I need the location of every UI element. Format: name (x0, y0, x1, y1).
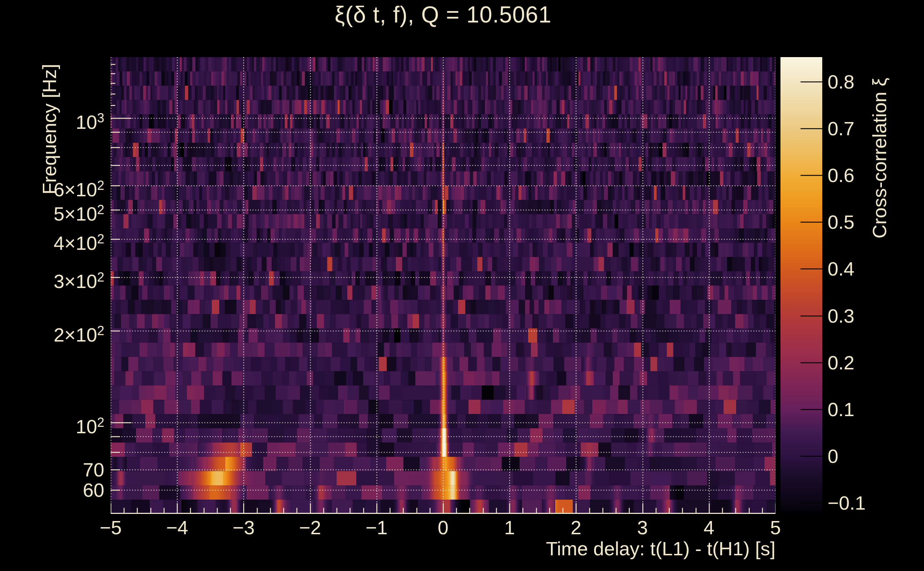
x-tick-label: −2 (282, 517, 339, 537)
y-tick-label: 60 (14, 480, 104, 500)
x-tick-label: 4 (680, 517, 738, 537)
x-tick-label: 3 (614, 517, 671, 537)
colorbar-tick-label: 0.3 (828, 306, 921, 326)
y-tick-label: 4×102 (14, 229, 104, 253)
x-tick-label: 2 (547, 517, 604, 537)
y-tick-label: 3×102 (14, 267, 104, 291)
x-tick-label: 5 (747, 517, 804, 537)
heatmap-canvas (111, 57, 776, 514)
colorbar-tick-label: 0.4 (828, 259, 921, 279)
x-tick-label: −4 (148, 517, 206, 537)
y-tick-label: 103 (14, 108, 104, 132)
y-tick-label: 102 (14, 412, 104, 437)
colorbar-tick-label: 0.1 (828, 399, 921, 419)
colorbar-gradient (780, 57, 822, 514)
y-tick-label: 70 (14, 460, 104, 480)
colorbar-tick-label: 0.8 (828, 72, 921, 92)
colorbar-tick-label: 0.2 (828, 353, 921, 373)
x-tick-label: −1 (348, 517, 405, 537)
x-tick-label: −5 (82, 517, 139, 537)
y-tick-label: 6×102 (14, 176, 104, 199)
colorbar-title: Cross-correlation ξ (868, 15, 890, 301)
x-axis-title: Time delay: t(L1) - t(H1) [s] (347, 537, 776, 560)
colorbar-tick-label: −0.1 (828, 493, 921, 513)
x-tick-label: 0 (414, 517, 472, 537)
y-tick-label: 5×102 (14, 200, 104, 224)
x-tick-label: 1 (481, 517, 538, 537)
colorbar-tick-label: 0 (828, 446, 921, 466)
colorbar-tick-label: 0.7 (828, 119, 921, 139)
y-tick-label: 2×102 (14, 321, 104, 345)
qscan-figure: ξ(δ t, f), Q = 10.5061 Frequency [Hz] Ti… (0, 0, 924, 571)
colorbar-tick-label: 0.5 (828, 212, 921, 232)
x-tick-label: −3 (215, 517, 272, 537)
page-title: ξ(δ t, f), Q = 10.5061 (111, 2, 776, 28)
colorbar-tick-label: 0.6 (828, 165, 921, 185)
